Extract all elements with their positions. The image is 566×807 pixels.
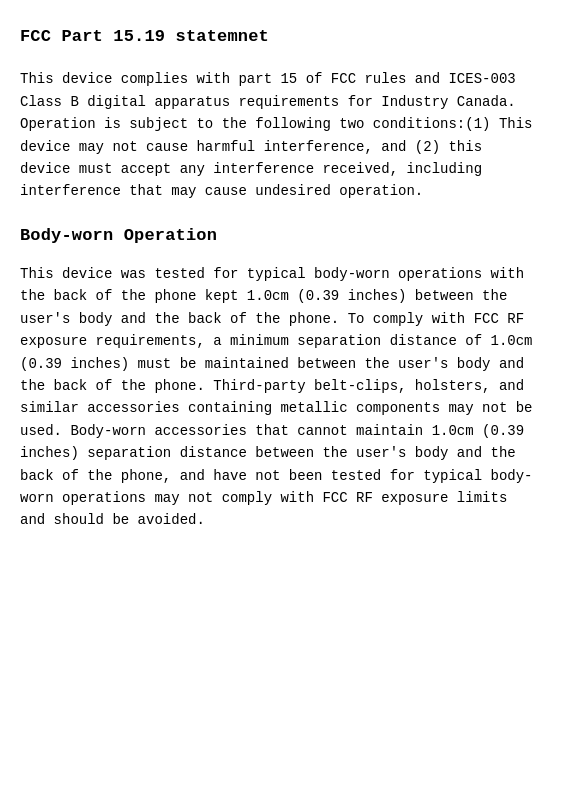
page-title: FCC Part 15.19 statemnet [20, 24, 538, 50]
section2-title: Body-worn Operation [20, 223, 538, 249]
section2-paragraph: This device was tested for typical body-… [20, 263, 538, 532]
section1-text: This device complies with part 15 of FCC… [20, 68, 538, 202]
section2-text: This device was tested for typical body-… [20, 263, 538, 532]
section1-paragraph: This device complies with part 15 of FCC… [20, 68, 538, 202]
